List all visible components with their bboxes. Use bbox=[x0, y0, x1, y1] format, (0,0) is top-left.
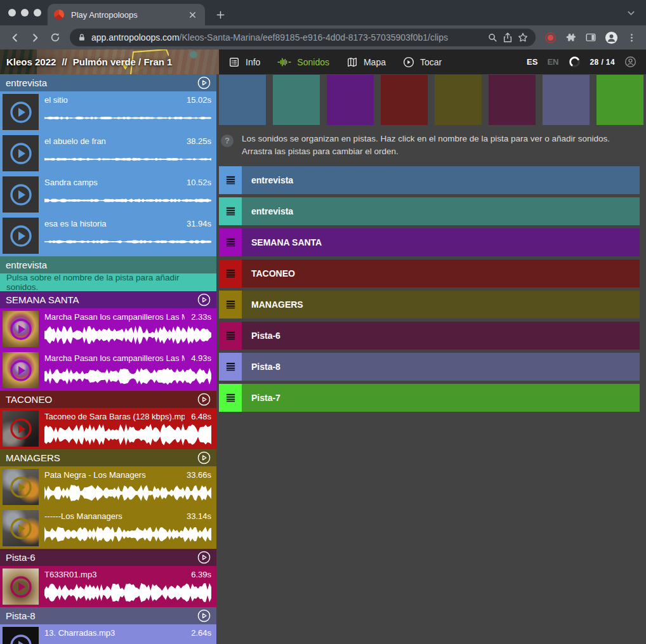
drag-handle-icon[interactable] bbox=[219, 322, 242, 350]
tab-tocar[interactable]: Tocar bbox=[403, 56, 442, 68]
track-row-semana-santa[interactable]: SEMANA SANTA bbox=[219, 228, 640, 256]
waveform[interactable] bbox=[44, 364, 211, 388]
forward-button[interactable] bbox=[25, 28, 44, 47]
waveform[interactable] bbox=[44, 323, 211, 347]
track-header[interactable]: entrevista bbox=[0, 74, 216, 91]
clip-thumbnail[interactable] bbox=[3, 311, 39, 347]
waveform[interactable] bbox=[44, 423, 211, 447]
clip-item[interactable]: Pata Negra - Los Managers33.66s bbox=[0, 466, 216, 508]
drag-handle-icon[interactable] bbox=[219, 291, 242, 319]
track-header[interactable]: Pista-6 bbox=[0, 549, 216, 566]
waveform[interactable] bbox=[44, 639, 211, 644]
drag-handle-icon[interactable] bbox=[219, 166, 242, 194]
swatch-entrevista-2[interactable] bbox=[273, 75, 320, 125]
track-header[interactable]: MANAGERS bbox=[0, 449, 216, 466]
tab-sonidos[interactable]: Sonidos bbox=[277, 56, 329, 68]
clip-thumbnail[interactable] bbox=[3, 510, 39, 546]
extensions-puzzle-icon[interactable] bbox=[561, 28, 580, 47]
tab-search-chevron-icon[interactable] bbox=[626, 8, 636, 18]
track-header[interactable]: entrevista bbox=[0, 256, 216, 273]
tab-close-icon[interactable] bbox=[186, 8, 199, 21]
clip-thumbnail[interactable] bbox=[3, 469, 39, 505]
back-button[interactable] bbox=[5, 28, 24, 47]
clip-thumbnail[interactable] bbox=[3, 176, 39, 213]
clip-item[interactable]: esa es la historia31.94s bbox=[0, 215, 216, 256]
clip-item[interactable]: ------Los Mananagers33.14s bbox=[0, 508, 216, 549]
project-banner[interactable]: Kleos 2022 // Pulmón verde / Fran 1 bbox=[0, 49, 219, 74]
drag-handle-icon[interactable] bbox=[219, 228, 242, 256]
track-row-name[interactable]: entrevista bbox=[242, 166, 640, 194]
clip-thumbnail[interactable] bbox=[3, 352, 39, 388]
clip-thumbnail[interactable] bbox=[3, 135, 39, 171]
clip-thumbnail[interactable] bbox=[3, 627, 39, 644]
clip-thumbnail[interactable] bbox=[3, 94, 39, 130]
drag-handle-icon[interactable] bbox=[219, 260, 242, 287]
track-header[interactable]: Pista-8 bbox=[0, 607, 216, 624]
track-header[interactable]: TACONEO bbox=[0, 391, 216, 408]
track-row-name[interactable]: SEMANA SANTA bbox=[242, 228, 640, 256]
browser-tab[interactable]: Play Antropoloops bbox=[48, 4, 205, 25]
play-all-icon[interactable] bbox=[197, 551, 211, 564]
zoom-page-icon[interactable] bbox=[487, 32, 498, 43]
address-bar[interactable]: app.antropoloops.com/Kleos-Santa-Marina/… bbox=[70, 29, 536, 46]
drag-handle-icon[interactable] bbox=[219, 197, 242, 225]
waveform[interactable] bbox=[44, 188, 211, 213]
track-row-name[interactable]: TACONEO bbox=[242, 260, 640, 287]
zoom-window-button[interactable] bbox=[34, 9, 41, 16]
track-row-name[interactable]: Pista-6 bbox=[242, 322, 640, 350]
clip-item[interactable]: Taconeo de Sara Baras (128 kbps).mp36.48… bbox=[0, 408, 216, 449]
share-icon[interactable] bbox=[503, 32, 513, 43]
clip-item[interactable]: el sitio15.02s bbox=[0, 91, 216, 133]
track-row-pista-7[interactable]: Pista-7 bbox=[219, 384, 640, 412]
swatch-pista-7[interactable] bbox=[597, 75, 643, 125]
clip-thumbnail[interactable] bbox=[3, 568, 39, 605]
swatch-pista-8[interactable] bbox=[543, 75, 590, 125]
track-row-entrevista-2[interactable]: entrevista bbox=[219, 197, 640, 225]
clip-item[interactable]: 13. Charradas.mp32.64s bbox=[0, 624, 216, 644]
track-row-taconeo[interactable]: TACONEO bbox=[219, 260, 640, 287]
swatch-taconeo[interactable] bbox=[381, 75, 428, 125]
play-all-icon[interactable] bbox=[197, 393, 211, 406]
track-row-name[interactable]: MANAGERS bbox=[242, 291, 640, 319]
track-row-pista-8[interactable]: Pista-8 bbox=[219, 353, 640, 381]
lang-es-button[interactable]: ES bbox=[527, 57, 537, 67]
play-all-icon[interactable] bbox=[197, 609, 211, 622]
new-tab-button[interactable] bbox=[211, 6, 229, 23]
swatch-entrevista-1[interactable] bbox=[219, 75, 266, 125]
clip-item[interactable]: Marcha Pasan los campanilleros Las Mejor… bbox=[0, 350, 216, 391]
bookmark-star-icon[interactable] bbox=[518, 32, 528, 43]
drag-handle-icon[interactable] bbox=[219, 353, 242, 381]
reload-button[interactable] bbox=[46, 28, 65, 47]
drag-handle-icon[interactable] bbox=[219, 384, 242, 412]
clip-item[interactable]: T633R01.mp36.39s bbox=[0, 566, 216, 607]
lock-icon[interactable] bbox=[77, 33, 86, 42]
waveform[interactable] bbox=[44, 581, 211, 605]
clip-item[interactable]: Marcha Pasan los campanilleros Las Mejor… bbox=[0, 308, 216, 350]
waveform[interactable] bbox=[44, 522, 211, 546]
track-row-name[interactable]: Pista-7 bbox=[242, 384, 640, 412]
waveform[interactable] bbox=[44, 106, 211, 130]
clip-item[interactable]: Sandra camps10.52s bbox=[0, 174, 216, 215]
tab-mapa[interactable]: Mapa bbox=[346, 56, 386, 68]
play-all-icon[interactable] bbox=[197, 76, 211, 89]
track-row-name[interactable]: entrevista bbox=[242, 197, 640, 225]
browser-menu-icon[interactable] bbox=[622, 28, 641, 47]
track-row-name[interactable]: Pista-8 bbox=[242, 353, 640, 381]
waveform[interactable] bbox=[44, 147, 211, 171]
play-all-icon[interactable] bbox=[197, 451, 211, 464]
track-row-entrevista-1[interactable]: entrevista bbox=[219, 166, 640, 194]
tab-info[interactable]: Info bbox=[228, 56, 260, 68]
clip-thumbnail[interactable] bbox=[3, 411, 39, 447]
profile-avatar[interactable] bbox=[602, 28, 621, 47]
account-icon[interactable] bbox=[624, 56, 636, 68]
swatch-managers[interactable] bbox=[435, 75, 482, 125]
track-header[interactable]: SEMANA SANTA bbox=[0, 291, 216, 308]
lang-en-button[interactable]: EN bbox=[547, 57, 558, 67]
swatch-semana-santa[interactable] bbox=[327, 75, 374, 125]
clip-thumbnail[interactable] bbox=[3, 218, 39, 254]
record-extension-icon[interactable] bbox=[541, 28, 560, 47]
waveform[interactable] bbox=[44, 230, 211, 254]
play-all-icon[interactable] bbox=[197, 293, 211, 306]
clip-item[interactable]: el abuelo de fran38.25s bbox=[0, 133, 216, 174]
minimize-window-button[interactable] bbox=[21, 9, 29, 16]
